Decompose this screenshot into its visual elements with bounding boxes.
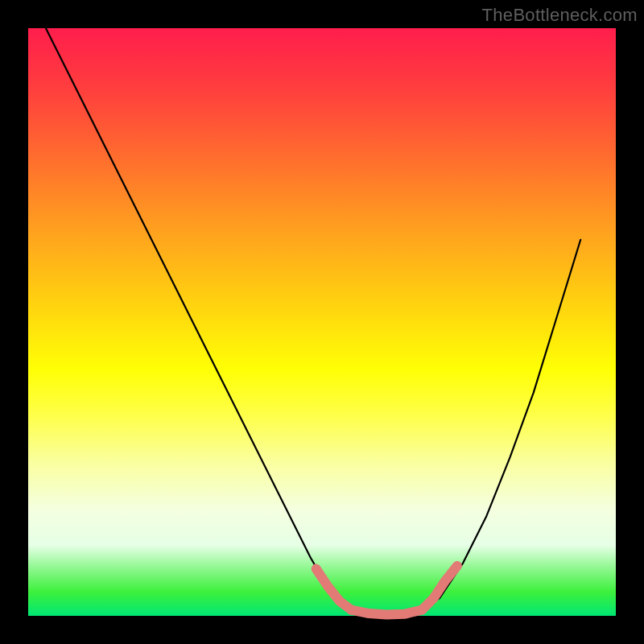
chart-frame: TheBottleneck.com <box>0 0 644 644</box>
accent-right-knee <box>422 566 457 610</box>
plot-area <box>28 28 616 616</box>
bottleneck-curve <box>46 28 580 616</box>
accent-left-knee <box>316 569 352 610</box>
watermark-text: TheBottleneck.com <box>482 5 638 26</box>
curve-svg <box>28 28 616 616</box>
accent-flat-bottom <box>352 610 423 615</box>
